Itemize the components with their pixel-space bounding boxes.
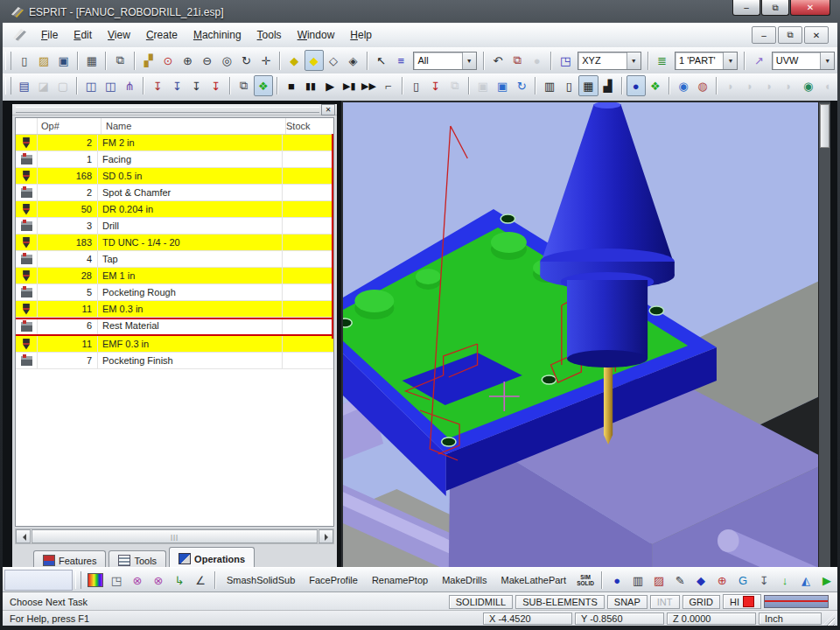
film-frames-icon[interactable]: ▥ [627, 570, 648, 591]
blue-wedge-icon[interactable]: ◆ [690, 570, 711, 591]
machine-bed-icon[interactable]: ▟ [598, 75, 618, 96]
menu-edit[interactable]: Edit [66, 26, 100, 44]
wireframe-icon[interactable]: ◇ [324, 50, 343, 71]
menu-machining[interactable]: Machining [186, 26, 249, 44]
vertical-scrollbar[interactable] [818, 102, 830, 568]
work-plane-select[interactable]: XYZ▼ [578, 52, 640, 70]
axes-arrows-icon[interactable]: ↳ [169, 570, 190, 591]
pan-icon[interactable]: ✛ [256, 50, 276, 71]
horizontal-scrollbar[interactable]: ||| [15, 528, 334, 544]
toolbar-handle[interactable] [5, 52, 11, 70]
play-icon[interactable]: ▶ [320, 75, 340, 96]
redraw-brush-icon[interactable]: ▞ [139, 50, 158, 71]
hole-add-icon[interactable]: ↧ [167, 75, 186, 96]
feature-circle-lock-icon[interactable]: ⊗ [148, 570, 169, 591]
sphere-cross-icon[interactable]: ⊕ [711, 570, 732, 591]
smashsolidsub-button[interactable]: SmashSolidSub [220, 572, 302, 588]
zoom-out-icon[interactable]: ⊖ [198, 50, 217, 71]
z-angle-icon[interactable]: ∠ [190, 570, 211, 591]
document-restore-button[interactable]: ⧉ [778, 26, 802, 44]
operation-row[interactable]: 11EMF 0.3 in [16, 336, 333, 353]
renameptop-button[interactable]: RenamePtop [365, 572, 435, 588]
title-bar[interactable]: ESPRIT - [FANUC_ROBODRILL_21i.esp] – ⧉ ✕ [3, 2, 837, 23]
step-forward-icon[interactable]: ▶▮ [340, 75, 359, 96]
chevron-down-icon[interactable]: ▼ [626, 52, 640, 69]
menu-tools[interactable]: Tools [249, 26, 290, 44]
work-plane-icon[interactable]: ◳ [556, 50, 575, 71]
print-icon[interactable]: ▦ [82, 50, 102, 71]
rotate-solid-icon[interactable]: ↻ [512, 75, 531, 96]
uvw-axes-icon[interactable]: ↗ [749, 50, 768, 71]
operation-row[interactable]: 7Pocketing Finish [16, 353, 333, 369]
element-filter-select[interactable]: All▼ [413, 52, 476, 70]
feature-circle-x-icon[interactable]: ⊗ [127, 570, 148, 591]
operation-row[interactable]: 4Tap [16, 251, 333, 268]
scroll-right-icon[interactable] [318, 529, 333, 543]
operation-row[interactable]: 6Rest Material [16, 318, 333, 336]
open-folder-icon[interactable]: ▨ [34, 50, 53, 71]
menu-help[interactable]: Help [342, 26, 380, 44]
panel-grip[interactable]: ✕ [12, 104, 337, 116]
vertical-scrollbar-thumb[interactable] [820, 104, 830, 148]
operation-row[interactable]: 11EM 0.3 in [16, 301, 333, 318]
globe-rotate-icon[interactable]: ◉ [799, 75, 818, 96]
drill-small-icon[interactable]: ↧ [753, 570, 774, 591]
hole-sim-icon[interactable]: ↧ [148, 75, 167, 96]
image-frame-icon[interactable]: ▨ [648, 570, 669, 591]
uvw-select[interactable]: UVW▼ [772, 52, 835, 70]
solid-stock-icon[interactable]: ❖ [646, 75, 665, 96]
shade-solid-icon[interactable]: ◆ [284, 50, 304, 71]
header-op-number[interactable]: Op# [37, 118, 101, 134]
new-document-icon[interactable]: ▯ [15, 50, 34, 71]
status-solidmill[interactable]: SOLIDMILL [449, 595, 513, 609]
machine-door-icon[interactable]: ▯ [559, 75, 578, 96]
status-hi[interactable]: HI [723, 594, 761, 609]
solids-colored-icon[interactable]: ◉ [674, 75, 693, 96]
status-sub-elements[interactable]: SUB-ELEMENTS [515, 595, 605, 609]
operation-row[interactable]: 28EM 1 in [16, 268, 333, 284]
restore-button[interactable]: ⧉ [761, 0, 789, 16]
status-grid[interactable]: GRID [682, 595, 721, 609]
menu-create[interactable]: Create [138, 26, 186, 44]
arrow-down-green-icon[interactable]: ↓ [774, 570, 795, 591]
cut-verify-icon[interactable]: ◫ [101, 75, 120, 96]
solids-cube-icon[interactable]: ◍ [693, 75, 712, 96]
header-name[interactable]: Name [101, 118, 285, 134]
menu-file[interactable]: File [33, 26, 66, 44]
close-button[interactable]: ✕ [790, 0, 830, 16]
operation-row[interactable]: 2FM 2 in [16, 135, 333, 151]
stop-icon[interactable]: ■ [282, 75, 301, 96]
spindle-drill-icon[interactable]: ↧ [426, 75, 445, 96]
tool-display-icon[interactable]: ▯ [407, 75, 426, 96]
minimize-button[interactable]: – [732, 0, 760, 16]
sim-stock-icon[interactable]: ▤ [15, 75, 34, 96]
chevron-down-icon[interactable]: ▼ [820, 52, 834, 69]
scroll-left-icon[interactable] [16, 529, 31, 543]
cut-solid-icon[interactable]: ◫ [81, 75, 101, 96]
hole-set-icon[interactable]: ↧ [186, 75, 206, 96]
solid-part-icon[interactable]: ● [626, 75, 646, 96]
sim-solid-button[interactable]: SIMSOLID [573, 570, 598, 591]
status-int[interactable]: INT [650, 595, 680, 609]
operation-row[interactable]: 5Pocketing Rough [16, 284, 333, 301]
status-snap[interactable]: SNAP [607, 595, 648, 609]
feed-slider-icon[interactable]: ⌐ [378, 75, 397, 96]
chevron-down-icon[interactable]: ▼ [462, 52, 476, 69]
machine-housing-icon[interactable]: ▥ [540, 75, 559, 96]
makedrills-button[interactable]: MakeDrills [435, 572, 494, 588]
operation-row[interactable]: 3Drill [16, 218, 333, 234]
hidden-line-icon[interactable]: ◈ [343, 50, 362, 71]
property-page-icon[interactable]: ◳ [106, 570, 127, 591]
panel-close-icon[interactable]: ✕ [321, 104, 335, 116]
operation-row[interactable]: 183TD UNC - 1/4 - 20 [16, 234, 333, 251]
paste-special-icon[interactable]: ⧉ [508, 50, 527, 71]
chevron-down-icon[interactable]: ▼ [723, 52, 737, 69]
hole-remove-icon[interactable]: ↧ [206, 75, 226, 96]
hand-sketch-icon[interactable]: ✎ [669, 570, 690, 591]
operation-row[interactable]: 50DR 0.204 in [16, 201, 333, 218]
pause-icon[interactable]: ▮▮ [301, 75, 320, 96]
menu-view[interactable]: View [100, 26, 138, 44]
faceprofile-button[interactable]: FaceProfile [302, 572, 365, 588]
run-to-end-icon[interactable]: ▶▶ [359, 75, 378, 96]
graphics-viewport[interactable] [341, 101, 830, 570]
